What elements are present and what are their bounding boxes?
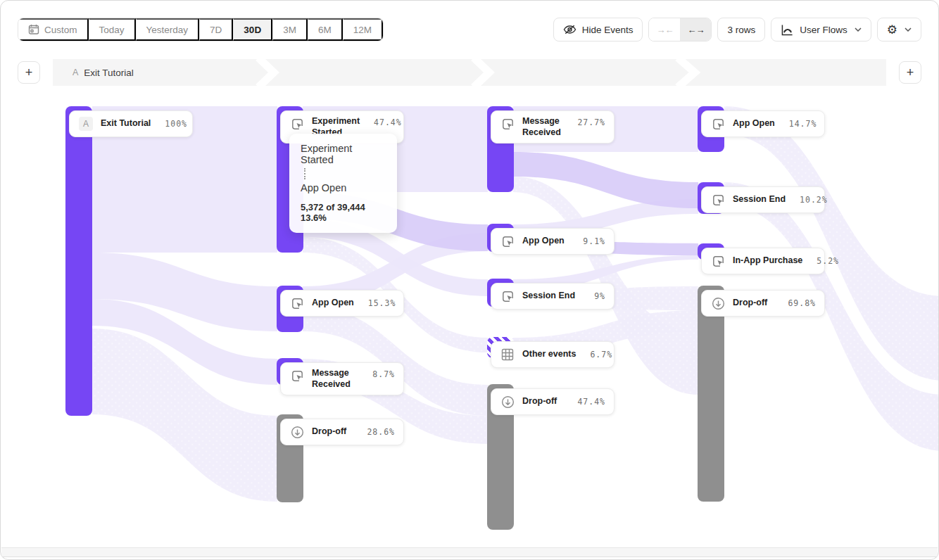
node-label: Message Received — [522, 116, 563, 138]
rows-label: 3 rows — [727, 25, 755, 35]
expand-columns-button[interactable]: ←→ — [680, 18, 711, 41]
node-other-events-col3[interactable]: Other events6.7% — [491, 341, 615, 368]
date-range-3m[interactable]: 3M — [272, 18, 308, 41]
view-selector-label: User Flows — [800, 25, 847, 35]
date-range-label: Yesterday — [146, 25, 189, 35]
node-label: Message Received — [312, 368, 358, 390]
column-width-toggle: →← ←→ — [648, 18, 712, 42]
node-label: Exit Tutorial — [101, 118, 151, 129]
flow-tooltip: Experiment Started App Open 5,372 of 39,… — [289, 134, 397, 233]
bar-exit-tutorial-col1[interactable] — [65, 106, 92, 416]
dropoff-icon — [710, 295, 726, 311]
tooltip-to-event: App Open — [301, 182, 386, 193]
settings-dropdown[interactable]: ⚙ — [877, 18, 921, 42]
calendar-icon — [28, 24, 39, 35]
user-flows-app: CustomTodayYesterday7D30D3M6M12M Hide Ev… — [0, 0, 939, 560]
toolbar: CustomTodayYesterday7D30D3M6M12M Hide Ev… — [18, 18, 921, 42]
chevron-down-icon — [905, 27, 912, 32]
date-range-custom[interactable]: Custom — [18, 18, 89, 41]
node-label: App Open — [733, 118, 775, 129]
horizontal-scrollbar[interactable] — [1, 547, 938, 557]
date-range-yesterday[interactable]: Yesterday — [136, 18, 200, 41]
toolbar-right: Hide Events →← ←→ 3 rows User Flows — [553, 18, 921, 42]
event-icon — [710, 116, 726, 132]
event-icon — [289, 368, 305, 383]
grid-icon — [500, 347, 515, 362]
step-band[interactable]: A Exit Tutorial — [53, 59, 886, 86]
collapse-columns-button[interactable]: →← — [649, 18, 680, 41]
date-range-12m[interactable]: 12M — [343, 18, 383, 41]
expand-arrows-icon: ←→ — [687, 25, 704, 35]
tooltip-stats: 5,372 of 39,444 13.6% — [301, 202, 386, 223]
node-in-app-purchase-col4[interactable]: In-App Purchase5.2% — [701, 248, 825, 274]
node-percent: 8.7% — [372, 369, 395, 379]
date-range-group: CustomTodayYesterday7D30D3M6M12M — [18, 18, 384, 42]
node-percent: 9% — [594, 291, 605, 301]
dropoff-icon — [289, 424, 305, 440]
add-step-left-button[interactable]: + — [18, 61, 40, 84]
collapse-arrows-icon: →← — [656, 25, 673, 35]
node-percent: 14.7% — [789, 119, 817, 129]
bar-drop-off-col4[interactable] — [698, 286, 724, 502]
step-chevrons — [53, 59, 888, 86]
node-session-end-col3[interactable]: Session End9% — [491, 283, 615, 310]
date-range-today[interactable]: Today — [89, 18, 136, 41]
date-range-label: 12M — [353, 25, 372, 35]
date-range-7d[interactable]: 7D — [199, 18, 233, 41]
node-percent: 28.6% — [367, 427, 395, 437]
event-icon — [500, 116, 515, 132]
hide-events-button[interactable]: Hide Events — [553, 18, 643, 42]
event-icon — [710, 192, 726, 208]
chevron-down-icon — [855, 27, 862, 32]
start-badge: A — [78, 116, 94, 132]
node-drop-off-col2[interactable]: Drop-off28.6% — [280, 419, 404, 445]
event-icon — [289, 116, 305, 132]
node-percent: 47.4% — [374, 117, 402, 127]
date-range-label: 7D — [210, 25, 222, 35]
node-percent: 47.4% — [577, 397, 605, 407]
node-app-open-col4[interactable]: App Open14.7% — [701, 110, 825, 137]
add-step-right-button[interactable]: + — [899, 61, 921, 84]
node-app-open-col3[interactable]: App Open9.1% — [491, 228, 615, 255]
node-drop-off-col3[interactable]: Drop-off47.4% — [491, 388, 615, 415]
node-percent: 15.3% — [368, 298, 396, 308]
node-percent: 5.2% — [817, 256, 839, 266]
node-session-end-col4[interactable]: Session End10.2% — [701, 186, 825, 213]
plus-icon: + — [25, 65, 33, 80]
view-selector-dropdown[interactable]: User Flows — [771, 18, 871, 42]
date-range-label: 30D — [244, 25, 261, 35]
flow-ribbon — [513, 152, 698, 208]
gear-icon: ⚙ — [887, 24, 897, 36]
node-percent: 100% — [165, 119, 187, 129]
node-label: Drop-off — [312, 426, 346, 438]
node-label: Other events — [522, 349, 576, 360]
rows-button[interactable]: 3 rows — [717, 18, 765, 42]
node-exit-tutorial-col1[interactable]: AExit Tutorial100% — [69, 110, 193, 137]
date-range-label: 6M — [318, 25, 332, 35]
flow-ribbon — [724, 106, 939, 381]
date-range-6m[interactable]: 6M — [308, 18, 343, 41]
event-icon — [289, 295, 305, 311]
event-icon — [500, 288, 515, 304]
node-label: App Open — [312, 298, 354, 309]
node-label: Drop-off — [522, 396, 557, 407]
plus-icon: + — [907, 65, 914, 80]
node-percent: 10.2% — [800, 195, 828, 205]
node-message-received-col2[interactable]: Message Received8.7% — [280, 362, 404, 395]
step-header-row: + A Exit Tutorial + — [18, 59, 921, 86]
hide-events-label: Hide Events — [582, 25, 634, 35]
node-label: Session End — [522, 291, 575, 302]
node-app-open-col2[interactable]: App Open15.3% — [280, 290, 404, 317]
node-message-received-col3[interactable]: Message Received27.7% — [491, 110, 615, 144]
date-range-30d[interactable]: 30D — [233, 18, 272, 41]
node-drop-off-col4[interactable]: Drop-off69.8% — [701, 290, 825, 317]
node-label: Session End — [733, 194, 786, 205]
event-icon — [710, 253, 726, 269]
node-percent: 9.1% — [583, 236, 605, 246]
dropoff-icon — [500, 394, 515, 409]
eye-off-icon — [563, 24, 576, 35]
node-label: In-App Purchase — [733, 255, 802, 267]
tooltip-connector — [304, 168, 305, 179]
tooltip-from-event: Experiment Started — [301, 143, 386, 165]
node-percent: 6.7% — [590, 350, 612, 359]
